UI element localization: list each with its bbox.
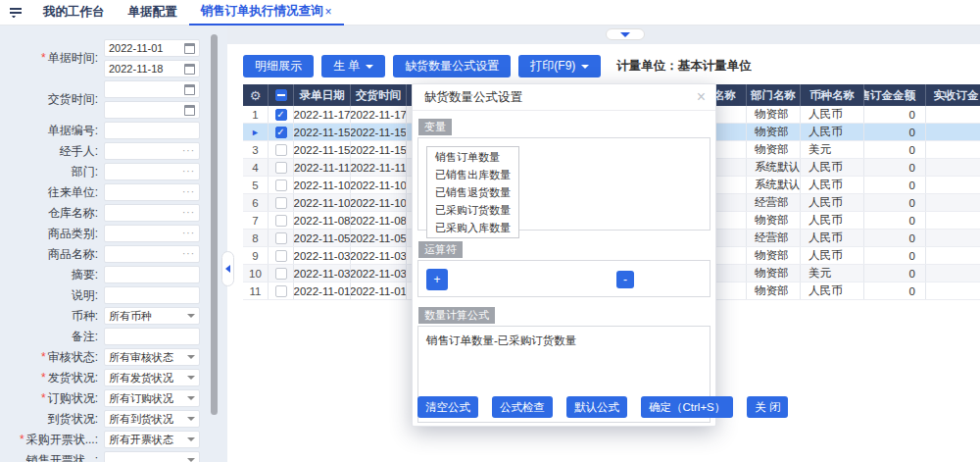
clear-formula-button[interactable]: 清空公式 — [417, 396, 478, 418]
check-formula-button[interactable]: 公式检查 — [492, 396, 553, 418]
lookup-input[interactable]: ··· — [104, 183, 200, 201]
row-checkbox[interactable]: ✓ — [275, 127, 287, 138]
row-checkbox[interactable] — [275, 215, 287, 227]
select-input[interactable]: 所有币种 — [104, 307, 200, 325]
cell-delivery_date: 2022-11-05 — [351, 230, 407, 246]
tab-close-icon[interactable]: × — [325, 5, 332, 19]
filter-row-5: 部门:··· — [4, 163, 227, 180]
text-input[interactable] — [104, 286, 200, 304]
select-input[interactable] — [104, 451, 200, 462]
close-button[interactable]: 关 闭 — [747, 396, 788, 418]
select-input[interactable]: 所有发货状况 — [104, 369, 200, 386]
chevron-down-icon[interactable] — [187, 437, 195, 441]
variable-item[interactable]: 已采购订货数量 — [427, 201, 518, 219]
calendar-icon[interactable] — [184, 43, 195, 54]
filter-row-9: 商品名称:··· — [4, 245, 227, 263]
filter-row-10: 摘要: — [4, 266, 227, 283]
tab-3[interactable]: 销售订单执行情况查询× — [189, 0, 344, 26]
ellipsis-icon[interactable]: ··· — [182, 187, 195, 197]
calendar-icon[interactable] — [184, 84, 195, 95]
variable-item[interactable]: 已销售出库数量 — [427, 166, 518, 183]
header-check[interactable] — [269, 84, 294, 106]
variable-item[interactable]: 销售订单数量 — [427, 148, 518, 166]
cell-check[interactable] — [269, 265, 294, 282]
cell-check[interactable] — [269, 159, 294, 176]
field-label: *发货状况: — [4, 370, 104, 386]
plus-operator-button[interactable]: + — [426, 269, 448, 290]
sidebar-scrollbar[interactable] — [211, 34, 218, 415]
toolbar-button-3[interactable]: 缺货数量公式设置 — [393, 55, 511, 77]
chevron-down-icon[interactable] — [187, 355, 195, 359]
panel-collapse-handle[interactable] — [606, 28, 645, 40]
collapse-menu-icon[interactable] — [10, 4, 24, 22]
chevron-down-icon[interactable] — [187, 458, 195, 462]
cell-amount: 0 — [864, 212, 926, 229]
cell-check[interactable] — [269, 177, 294, 193]
field-value: 所有币种 — [109, 309, 187, 324]
toolbar-button-2[interactable]: 生 单 — [321, 55, 385, 77]
lookup-input[interactable]: ··· — [104, 163, 200, 180]
toolbar-button-4[interactable]: 打印(F9) — [518, 55, 601, 77]
cell-record_date: 2022-11-08 — [294, 212, 351, 229]
gear-icon[interactable]: ⚙ — [250, 88, 262, 103]
calendar-icon[interactable] — [184, 64, 195, 75]
variable-item[interactable]: 已销售退货数量 — [427, 183, 518, 201]
chevron-down-icon[interactable] — [187, 314, 195, 318]
header-currency: 币种名称 — [801, 84, 864, 106]
tab-1[interactable]: 我的工作台 — [31, 0, 117, 26]
text-input[interactable] — [104, 122, 200, 139]
close-icon[interactable]: × — [697, 89, 706, 105]
cell-check[interactable]: ✓ — [269, 106, 294, 123]
lookup-input[interactable]: ··· — [104, 204, 200, 222]
chevron-down-icon[interactable] — [187, 396, 195, 400]
select-input[interactable]: 所有到货状况 — [104, 410, 200, 428]
select-input[interactable]: 所有订购状况 — [104, 389, 200, 407]
cell-check[interactable] — [269, 282, 294, 299]
lookup-input[interactable]: ··· — [104, 245, 200, 263]
variable-item[interactable]: 已采购入库数量 — [427, 219, 518, 236]
ellipsis-icon[interactable]: ··· — [182, 208, 195, 218]
cell-currency: 美元 — [801, 141, 864, 158]
date-input[interactable]: 2022-11-01 — [104, 39, 200, 57]
row-checkbox[interactable] — [275, 162, 287, 174]
chevron-down-icon[interactable] — [187, 376, 195, 380]
lookup-input[interactable]: ··· — [104, 142, 200, 160]
select-input[interactable]: 所有审核状态 — [104, 348, 200, 366]
select-input[interactable]: 所有开票状态 — [104, 431, 200, 448]
ellipsis-icon[interactable]: ··· — [182, 146, 195, 156]
text-input[interactable] — [104, 328, 200, 345]
row-checkbox[interactable] — [275, 144, 287, 156]
date-input[interactable] — [104, 101, 200, 119]
chevron-down-icon[interactable] — [187, 417, 195, 421]
date-input[interactable] — [104, 80, 200, 98]
default-formula-button[interactable]: 默认公式 — [566, 396, 627, 418]
cell-check[interactable] — [269, 230, 294, 246]
header-num[interactable]: ⚙ — [243, 84, 269, 106]
ellipsis-icon[interactable]: ··· — [182, 229, 195, 238]
cell-check[interactable] — [269, 247, 294, 264]
row-checkbox[interactable] — [275, 268, 287, 280]
calendar-icon[interactable] — [184, 105, 195, 116]
row-checkbox[interactable] — [275, 250, 287, 262]
date-input[interactable]: 2022-11-18 — [104, 60, 200, 77]
cell-check[interactable] — [269, 212, 294, 229]
tab-2[interactable]: 单据配置 — [117, 0, 189, 26]
confirm-button[interactable]: 确定（Ctrl+S） — [641, 396, 733, 418]
cell-check[interactable] — [269, 194, 294, 211]
toolbar-button-1[interactable]: 明细展示 — [243, 55, 314, 77]
row-checkbox[interactable] — [275, 232, 287, 244]
date-value: 2022-11-18 — [109, 63, 184, 75]
ellipsis-icon[interactable]: ··· — [182, 167, 195, 177]
row-checkbox[interactable] — [275, 285, 287, 297]
minus-operator-button[interactable]: - — [616, 271, 634, 288]
row-checkbox[interactable]: ✓ — [275, 109, 287, 121]
text-input[interactable] — [104, 266, 200, 283]
sidebar-collapse-handle[interactable] — [221, 251, 234, 286]
lookup-input[interactable]: ··· — [104, 225, 200, 242]
select-all-checkbox[interactable] — [275, 89, 287, 101]
row-checkbox[interactable] — [275, 197, 287, 209]
cell-check[interactable]: ✓ — [269, 124, 294, 140]
cell-check[interactable] — [269, 141, 294, 158]
row-checkbox[interactable] — [275, 180, 287, 191]
ellipsis-icon[interactable]: ··· — [182, 249, 195, 259]
